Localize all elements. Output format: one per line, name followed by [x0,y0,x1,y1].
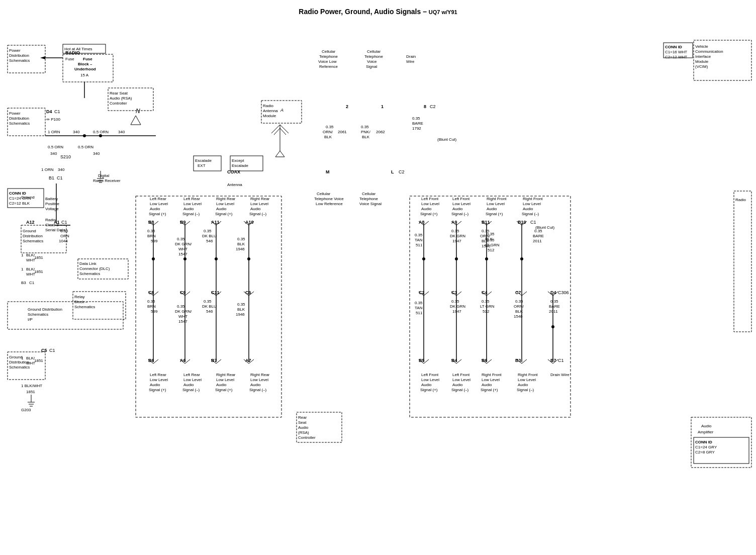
svg-text:Audio: Audio [452,207,463,211]
svg-text:Audio: Audio [183,207,194,211]
svg-text:M: M [326,169,330,174]
svg-text:L: L [391,169,394,174]
svg-text:BARE: BARE [549,304,560,309]
svg-text:BLK: BLK [362,135,370,139]
svg-rect-24 [734,191,751,332]
svg-text:BLK: BLK [237,307,245,312]
svg-text:N: N [136,108,140,115]
svg-text:Audio: Audio [298,425,309,430]
svg-point-414 [520,257,523,260]
svg-text:Audio: Audio [216,383,227,387]
svg-line-421 [274,128,280,135]
svg-text:1: 1 [21,356,24,360]
svg-line-419 [271,125,280,133]
svg-text:C1: C1 [29,281,35,285]
svg-text:546: 546 [206,309,213,314]
svg-text:0.35: 0.35 [147,229,155,233]
svg-text:0.35: 0.35 [204,229,212,233]
svg-text:Audio (RSA): Audio (RSA) [110,96,132,101]
svg-text:BARE: BARE [412,121,423,126]
svg-text:1946: 1946 [236,247,245,251]
svg-text:Audio: Audio [250,383,261,387]
svg-text:Low Level: Low Level [523,202,541,206]
svg-text:Audio: Audio [250,207,261,211]
svg-text:511: 511 [416,311,423,315]
svg-text:Voltage: Voltage [45,207,59,211]
svg-text:C1: C1 [57,175,63,180]
svg-point-410 [247,257,250,260]
svg-text:2011: 2011 [549,309,558,314]
svg-text:Signal: Signal [366,64,377,69]
svg-text:Low Level: Low Level [183,202,202,206]
svg-text:Serial Data: Serial Data [45,228,65,232]
svg-text:1 ORN: 1 ORN [41,167,54,172]
svg-text:Drain: Drain [406,54,416,59]
svg-text:Relay: Relay [74,295,84,299]
svg-text:0.35: 0.35 [412,116,420,121]
svg-text:Wire: Wire [406,59,415,64]
svg-text:340: 340 [73,130,80,134]
svg-text:2062: 2062 [376,130,385,134]
svg-text:15 A: 15 A [80,73,89,77]
svg-text:Schematics: Schematics [28,312,48,317]
svg-text:(VCIM): (VCIM) [695,64,708,69]
svg-text:Schematics: Schematics [79,271,100,276]
svg-text:1947: 1947 [452,309,461,314]
svg-text:Signal (+): Signal (+) [149,212,166,216]
svg-text:Digital: Digital [98,173,109,178]
svg-marker-75 [40,56,45,59]
svg-text:1547: 1547 [178,319,187,324]
svg-text:C2=12 WHT: C2=12 WHT [665,55,687,59]
svg-text:C1=16 WHT: C1=16 WHT [665,50,687,54]
svg-text:BLK: BLK [237,242,245,246]
svg-text:Voice Low: Voice Low [318,59,337,64]
svg-text:Distribution: Distribution [9,53,29,58]
svg-text:Right Front: Right Front [523,197,543,201]
svg-text:TAN: TAN [415,238,423,242]
svg-point-426 [99,134,102,137]
svg-text:Right Rear: Right Rear [216,373,236,377]
svg-text:Audio: Audio [150,207,160,211]
svg-text:Ground: Ground [23,229,36,233]
svg-text:Audio: Audio [421,207,432,211]
svg-text:Signal (–): Signal (–) [451,212,469,216]
svg-text:Drain Wire: Drain Wire [550,373,570,377]
svg-text:Radio Receiver: Radio Receiver [93,178,121,183]
svg-text:Interface: Interface [695,54,711,59]
svg-text:DK GRN/: DK GRN/ [175,242,192,246]
svg-text:512: 512 [488,248,495,252]
svg-text:0.35: 0.35 [237,237,245,241]
svg-text:Left Rear: Left Rear [183,197,200,201]
svg-text:Right Rear: Right Rear [250,373,270,377]
svg-text:DK GRN: DK GRN [450,234,465,238]
svg-text:Right Rear: Right Rear [250,197,270,201]
svg-text:Low Level: Low Level [183,378,202,382]
svg-text:Left Front: Left Front [452,197,470,201]
svg-text:C2=8 GRY: C2=8 GRY [695,450,715,454]
svg-text:599: 599 [151,239,158,243]
svg-text:Low Level: Low Level [250,202,268,206]
svg-text:Signal (+): Signal (+) [420,388,438,392]
svg-text:WHT: WHT [178,314,187,319]
svg-text:C1: C1 [530,220,536,225]
svg-text:340: 340 [118,130,125,134]
svg-text:1044: 1044 [59,239,68,243]
svg-text:599: 599 [151,309,158,314]
svg-text:0.35: 0.35 [487,232,495,236]
svg-text:2: 2 [346,104,348,109]
svg-text:0.5 ORN: 0.5 ORN [78,145,93,149]
svg-text:Low Level: Low Level [518,378,536,382]
svg-text:BLK: BLK [324,135,332,139]
svg-text:C1: C1 [54,109,60,114]
svg-text:1: 1 [21,253,24,257]
svg-text:Cellular: Cellular [362,192,375,196]
svg-text:Ground: Ground [9,355,23,359]
svg-text:Left Rear: Left Rear [150,197,166,201]
svg-text:Audio: Audio [150,383,160,387]
svg-text:0.35: 0.35 [451,299,459,304]
svg-text:B1: B1 [49,175,54,180]
svg-text:Antenna: Antenna [227,182,242,187]
svg-text:D4: D4 [46,109,52,114]
svg-text:Low Level: Low Level [250,378,268,382]
svg-text:Cellular: Cellular [367,49,381,54]
